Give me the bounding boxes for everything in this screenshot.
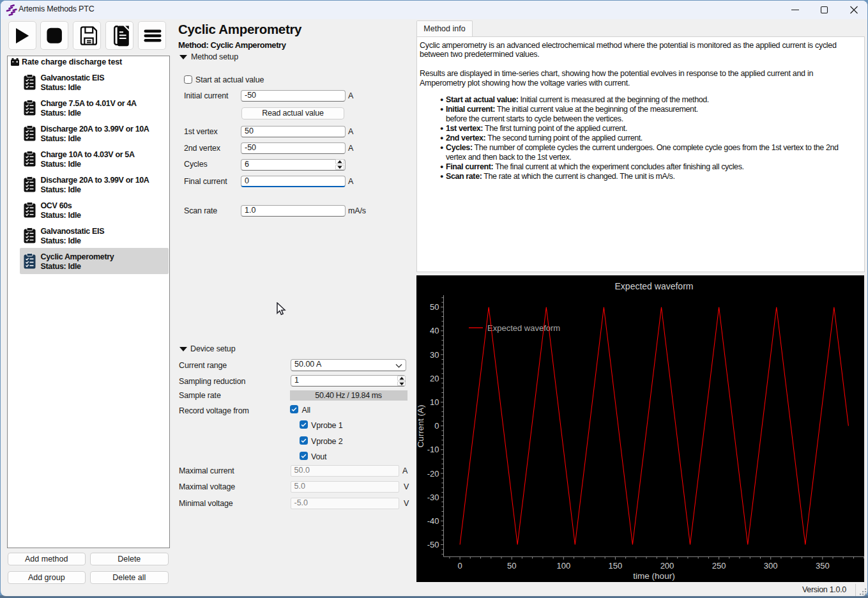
svg-text:40: 40: [430, 326, 439, 335]
svg-text:100: 100: [556, 561, 570, 571]
svg-text:-30: -30: [427, 493, 439, 502]
svg-text:Current (A): Current (A): [416, 405, 425, 448]
svg-text:250: 250: [712, 561, 726, 571]
svg-text:50: 50: [430, 302, 439, 312]
svg-text:150: 150: [609, 561, 623, 571]
svg-text:50: 50: [507, 561, 516, 571]
svg-text:-20: -20: [427, 469, 439, 479]
svg-text:350: 350: [816, 561, 830, 571]
svg-text:20: 20: [430, 374, 439, 383]
svg-text:0: 0: [457, 561, 462, 571]
svg-text:300: 300: [764, 561, 778, 571]
svg-text:time (hour): time (hour): [633, 571, 674, 581]
svg-text:0: 0: [434, 421, 439, 431]
svg-text:30: 30: [430, 350, 439, 360]
svg-text:-40: -40: [427, 516, 439, 526]
svg-text:-50: -50: [427, 540, 439, 549]
svg-text:200: 200: [660, 561, 674, 571]
svg-text:-10: -10: [427, 445, 439, 454]
svg-text:10: 10: [430, 397, 439, 407]
svg-text:Expected waveform: Expected waveform: [615, 281, 694, 291]
